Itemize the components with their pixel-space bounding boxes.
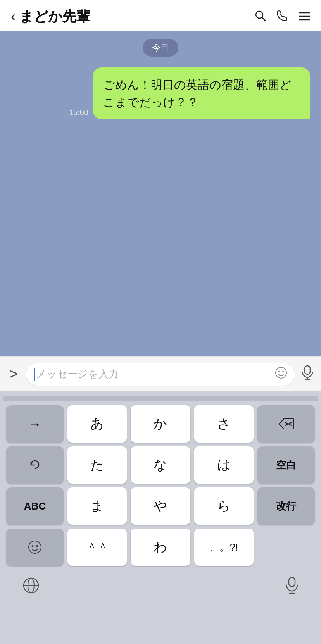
header-left: ‹ まどか先輩 — [11, 7, 90, 26]
svg-point-5 — [276, 367, 286, 378]
key-arrow[interactable]: → — [6, 405, 64, 443]
menu-icon[interactable] — [299, 10, 310, 23]
phone-icon[interactable] — [277, 10, 288, 24]
key-space[interactable]: 空白 — [257, 446, 315, 484]
key-emoji[interactable] — [6, 529, 64, 566]
expand-button[interactable]: > — [7, 363, 20, 385]
chat-title: まどか先輩 — [19, 7, 90, 26]
key-punctuation[interactable]: 、。?! — [194, 529, 254, 566]
key-ta[interactable]: た — [67, 446, 127, 484]
key-abc[interactable]: ABC — [6, 487, 64, 525]
key-backspace[interactable] — [257, 405, 315, 443]
header-right — [254, 10, 310, 24]
key-ka[interactable]: か — [131, 405, 190, 443]
svg-point-13 — [29, 541, 41, 553]
date-badge: 今日 — [143, 39, 178, 57]
keyboard-grid: → あ か さ た な は 空白 ABC ま や ら 改行 — [3, 401, 318, 570]
message-time: 15:00 — [69, 108, 88, 117]
svg-point-6 — [278, 371, 280, 372]
svg-point-14 — [32, 545, 34, 547]
svg-line-1 — [262, 17, 266, 21]
message-input-wrap[interactable]: メッセージを入力 — [26, 363, 295, 386]
keyboard-bottom — [3, 570, 318, 604]
key-na[interactable]: な — [131, 446, 190, 484]
search-icon[interactable] — [254, 10, 266, 24]
svg-point-7 — [282, 371, 284, 372]
key-a[interactable]: あ — [67, 405, 127, 443]
emoji-button[interactable] — [275, 367, 287, 382]
mic-button[interactable] — [301, 365, 314, 383]
message-row: 15:00 ごめん！明日の英語の宿題、範囲どこまでだっけ？？ — [0, 67, 321, 119]
key-enter[interactable]: 改行 — [257, 487, 315, 525]
svg-rect-19 — [289, 577, 295, 587]
key-sa[interactable]: さ — [194, 405, 254, 443]
svg-rect-8 — [305, 366, 310, 374]
svg-point-15 — [36, 545, 38, 547]
key-wa[interactable]: わ — [131, 529, 190, 566]
header: ‹ まどか先輩 — [0, 0, 321, 31]
globe-icon[interactable] — [22, 577, 40, 598]
key-ma[interactable]: ま — [67, 487, 127, 525]
input-placeholder: メッセージを入力 — [36, 367, 275, 381]
back-button[interactable]: ‹ — [11, 9, 16, 25]
key-undo[interactable] — [6, 446, 64, 484]
key-ra[interactable]: ら — [194, 487, 254, 525]
chat-area: 今日 15:00 ごめん！明日の英語の宿題、範囲どこまでだっけ？？ — [0, 31, 321, 356]
text-cursor — [34, 368, 35, 381]
keyboard-mic-icon[interactable] — [285, 577, 299, 598]
key-caret[interactable]: ＾＾ — [67, 529, 127, 566]
message-bubble-sent: ごめん！明日の英語の宿題、範囲どこまでだっけ？？ — [93, 67, 310, 119]
keyboard-spacer — [3, 396, 318, 401]
keyboard: → あ か さ た な は 空白 ABC ま や ら 改行 — [0, 391, 321, 644]
key-ha[interactable]: は — [194, 446, 254, 484]
input-bar: > メッセージを入力 — [0, 356, 321, 391]
key-ya[interactable]: や — [131, 487, 190, 525]
